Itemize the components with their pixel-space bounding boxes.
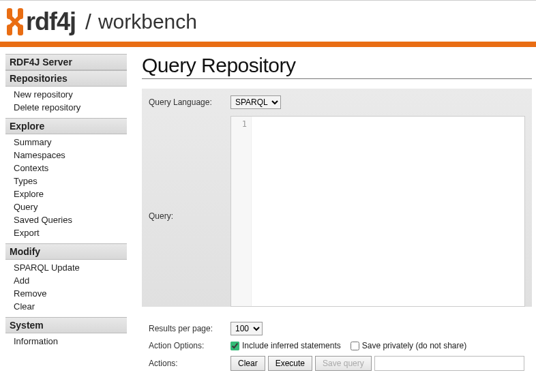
sidebar-section-header: System bbox=[5, 317, 127, 333]
sidebar-section-header: Explore bbox=[5, 118, 127, 134]
query-language-select[interactable]: SPARQL bbox=[230, 95, 281, 109]
execute-button[interactable]: Execute bbox=[268, 356, 312, 371]
main: Query Repository Query Language: SPARQL … bbox=[130, 54, 536, 383]
sidebar-section-items: New repositoryDelete repository bbox=[5, 87, 127, 118]
sidebar-section-items: SummaryNamespacesContextsTypesExploreQue… bbox=[5, 134, 127, 243]
sidebar-item[interactable]: Export bbox=[5, 226, 127, 239]
clear-button[interactable]: Clear bbox=[230, 356, 265, 371]
line-gutter: 1 bbox=[231, 117, 252, 306]
sidebar-item[interactable]: New repository bbox=[5, 88, 127, 101]
query-language-label: Query Language: bbox=[149, 95, 230, 107]
sidebar-item[interactable]: Saved Queries bbox=[5, 213, 127, 226]
sidebar: RDF4J ServerRepositoriesNew repositoryDe… bbox=[0, 54, 130, 383]
query-editor: 1 bbox=[230, 116, 525, 307]
suffix-text: workbench bbox=[98, 10, 197, 33]
query-label: Query: bbox=[149, 116, 230, 221]
sidebar-item[interactable]: Types bbox=[5, 175, 127, 187]
results-per-page-select[interactable]: 100 bbox=[230, 322, 263, 335]
slash: / bbox=[85, 10, 91, 35]
header: rdf4j / workbench bbox=[0, 0, 536, 42]
sidebar-section-header: Modify bbox=[5, 243, 127, 260]
page-title: Query Repository bbox=[142, 54, 532, 79]
action-options-label: Action Options: bbox=[149, 341, 230, 350]
sidebar-item[interactable]: Information bbox=[5, 335, 127, 348]
query-name-input[interactable] bbox=[374, 356, 524, 371]
save-privately-checkbox[interactable] bbox=[351, 342, 359, 350]
include-inferred-label[interactable]: Include inferred statements bbox=[242, 341, 341, 350]
sidebar-item[interactable]: SPARQL Update bbox=[5, 261, 127, 274]
results-per-page-label: Results per page: bbox=[149, 324, 230, 333]
sidebar-item[interactable]: Summary bbox=[5, 136, 127, 149]
query-form: Query Language: SPARQL Query: 1 bbox=[142, 89, 532, 307]
sidebar-section-header: RDF4J Server bbox=[5, 54, 127, 70]
sidebar-item[interactable]: Explore bbox=[5, 187, 127, 200]
sidebar-item[interactable]: Query bbox=[5, 200, 127, 213]
sidebar-item[interactable]: Namespaces bbox=[5, 149, 127, 162]
sidebar-item[interactable]: Clear bbox=[5, 300, 127, 313]
form-bottom: Results per page: 100 Action Options: In… bbox=[142, 314, 532, 371]
query-textarea[interactable] bbox=[252, 117, 524, 306]
sidebar-section-items: SPARQL UpdateAddRemoveClear bbox=[5, 260, 127, 317]
accent-bar bbox=[0, 42, 536, 47]
save-query-button[interactable]: Save query bbox=[315, 356, 372, 371]
logo: rdf4j bbox=[5, 7, 76, 36]
actions-label: Actions: bbox=[149, 359, 230, 368]
brand-text: rdf4j bbox=[26, 7, 76, 36]
save-privately-label[interactable]: Save privately (do not share) bbox=[362, 341, 466, 350]
sidebar-section-header: Repositories bbox=[5, 70, 127, 87]
logo-icon bbox=[5, 8, 25, 35]
sidebar-item[interactable]: Contexts bbox=[5, 162, 127, 175]
include-inferred-checkbox[interactable] bbox=[230, 342, 239, 350]
sidebar-item[interactable]: Add bbox=[5, 274, 127, 287]
sidebar-item[interactable]: Delete repository bbox=[5, 101, 127, 114]
sidebar-item[interactable]: Remove bbox=[5, 287, 127, 300]
sidebar-section-items: Information bbox=[5, 333, 127, 352]
